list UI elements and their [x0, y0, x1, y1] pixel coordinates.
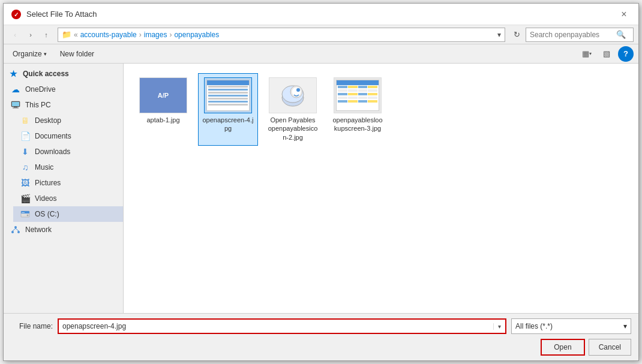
view-icon-button[interactable]: ▦ ▾ — [576, 47, 598, 61]
svg-line-14 — [16, 228, 19, 231]
sidebar-item-documents[interactable]: 📄 Documents — [13, 128, 123, 144]
breadcrumb-sep: « — [74, 31, 78, 39]
sidebar-label-music: Music — [35, 163, 53, 172]
back-button[interactable]: ‹ — [8, 28, 22, 41]
sidebar-item-network[interactable]: Network — [4, 222, 123, 237]
open-payables-icon — [278, 81, 307, 110]
filename-row: File name: ▾ All files (*.*) ▾ — [11, 318, 631, 334]
lookup-thumb — [336, 80, 379, 111]
sidebar-item-pictures[interactable]: 🖼 Pictures — [13, 175, 123, 191]
sidebar-item-quick-access[interactable]: ★ Quick access — [4, 66, 123, 82]
breadcrumb-part2[interactable]: images — [144, 31, 167, 39]
filename-dropdown[interactable]: ▾ — [493, 323, 505, 330]
lc12 — [368, 93, 377, 95]
sidebar-label-os-c: OS (C:) — [35, 210, 59, 218]
svg-rect-3 — [12, 102, 19, 106]
search-icon[interactable]: 🔍 — [616, 30, 626, 39]
file-item-aptab[interactable]: A/P aptab-1.jpg — [133, 73, 193, 146]
layout-button[interactable]: ▧ — [599, 47, 614, 61]
svg-point-11 — [11, 231, 14, 233]
sidebar-item-this-pc[interactable]: This PC — [4, 97, 123, 113]
title-bar-left: ✓ Select File To Attach — [11, 9, 97, 20]
nav-toolbar: ‹ › ↑ 📁 « accounts-payable › images › op… — [4, 25, 638, 44]
thumb-row1 — [208, 86, 248, 88]
breadcrumb-dropdown[interactable]: ▾ — [497, 31, 501, 39]
new-folder-button[interactable]: New folder — [56, 48, 98, 60]
filetype-select[interactable]: All files (*.*) ▾ — [511, 318, 631, 334]
aptab-label: A/P — [158, 92, 169, 99]
new-folder-label: New folder — [60, 50, 94, 58]
lc7 — [358, 89, 368, 92]
view-buttons: ▦ ▾ ▧ ? — [576, 46, 634, 62]
file-thumbnail-openapscreen4 — [204, 77, 252, 113]
file-name-openpayablesicon: Open Payables — [270, 116, 315, 124]
lc6 — [348, 89, 358, 92]
thumb-row2 — [208, 89, 248, 91]
breadcrumb-arrow2: › — [169, 31, 172, 39]
svg-rect-4 — [14, 107, 17, 108]
lc13 — [338, 97, 347, 99]
lc18 — [348, 100, 358, 103]
filetype-dropdown-icon: ▾ — [623, 322, 627, 330]
lc10 — [348, 93, 358, 95]
sidebar-item-videos[interactable]: 🎬 Videos — [13, 191, 123, 206]
layout-icon: ▧ — [603, 49, 610, 58]
lc3 — [358, 86, 368, 88]
sidebar-label-desktop: Desktop — [35, 116, 61, 125]
organize-chevron-icon: ▾ — [44, 51, 47, 57]
filetype-label: All files (*.*) — [515, 322, 553, 330]
sidebar-label-onedrive: OneDrive — [25, 85, 56, 94]
thumb-header — [207, 80, 249, 85]
network-icon — [11, 225, 20, 234]
lookup-row5 — [338, 100, 377, 103]
forward-button[interactable]: › — [24, 28, 37, 41]
close-button[interactable]: × — [617, 7, 631, 22]
thumb-row4 — [208, 95, 248, 97]
sidebar-item-onedrive[interactable]: ☁ OneDrive — [4, 82, 123, 97]
view-dropdown-icon: ▾ — [589, 51, 592, 56]
thumb-row3 — [208, 92, 248, 94]
file-item-openapscreen4[interactable]: openapscreen-4.jpg — [198, 73, 258, 146]
svg-point-12 — [17, 231, 20, 233]
action-bar: Organize ▾ New folder ▦ ▾ ▧ ? — [4, 44, 638, 64]
filename-input[interactable] — [59, 320, 493, 333]
sidebar-label-pictures: Pictures — [35, 179, 61, 187]
svg-rect-5 — [13, 108, 19, 109]
svg-point-8 — [27, 215, 29, 216]
svg-point-10 — [14, 226, 17, 228]
thumb-row5 — [208, 98, 248, 100]
file-name-aptab: aptab-1.jpg — [146, 116, 179, 124]
action-buttons-row: Open Cancel — [11, 339, 631, 356]
help-button[interactable]: ? — [618, 46, 634, 62]
filename-input-wrap: ▾ — [58, 318, 506, 334]
file-item-lookup[interactable]: openpayableslookupscreen-3.jpg — [328, 73, 388, 146]
breadcrumb-part3[interactable]: openpayables — [174, 31, 219, 39]
file-item-openpayablesicon[interactable]: Open Payables openpayablesicon-2.jpg — [263, 73, 323, 146]
breadcrumb-arrow1: › — [139, 31, 142, 39]
lookup-header — [337, 80, 379, 85]
filename-label: File name: — [11, 322, 53, 330]
lc16 — [368, 97, 377, 99]
up-button[interactable]: ↑ — [40, 28, 53, 41]
sidebar-item-music[interactable]: ♫ Music — [13, 160, 123, 175]
search-input[interactable] — [530, 31, 614, 39]
sidebar-label-downloads: Downloads — [35, 148, 70, 156]
lc2 — [348, 86, 358, 88]
thumb-row6 — [208, 101, 248, 103]
help-icon: ? — [623, 49, 628, 58]
file-name-openapscreen4: openapscreen-4.jpg — [202, 116, 254, 133]
cancel-button[interactable]: Cancel — [589, 339, 631, 356]
breadcrumb[interactable]: 📁 « accounts-payable › images › openpaya… — [58, 28, 505, 42]
lc17 — [338, 100, 347, 103]
refresh-button[interactable]: ↻ — [510, 28, 523, 41]
sidebar-item-desktop[interactable]: 🖥 Desktop — [13, 113, 123, 128]
lc5 — [338, 89, 347, 92]
downloads-icon: ⬇ — [20, 147, 30, 157]
pictures-icon: 🖼 — [20, 178, 30, 188]
sidebar-item-downloads[interactable]: ⬇ Downloads — [13, 144, 123, 160]
sidebar-label-quick-access: Quick access — [23, 70, 69, 78]
open-button[interactable]: Open — [541, 339, 584, 356]
breadcrumb-part1[interactable]: accounts-payable — [80, 31, 137, 39]
organize-button[interactable]: Organize ▾ — [8, 48, 51, 60]
sidebar-item-os-c[interactable]: OS (C:) — [13, 206, 123, 222]
